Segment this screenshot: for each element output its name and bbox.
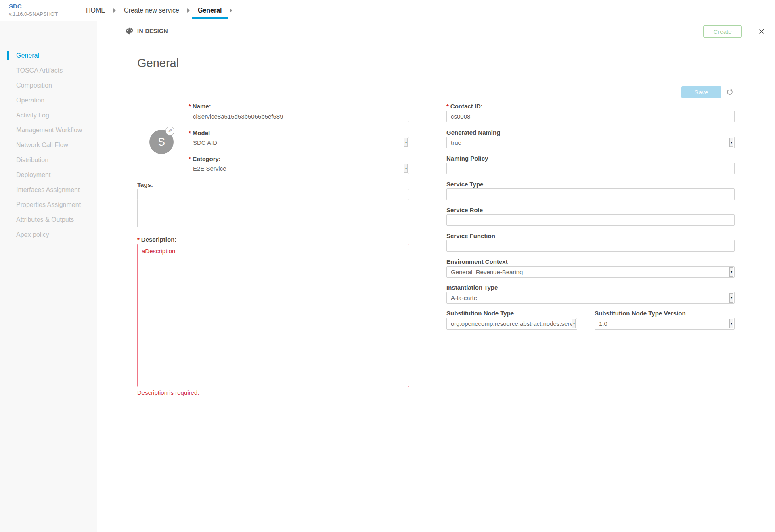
- sidebar-item-tosca-artifacts[interactable]: TOSCA Artifacts: [0, 63, 97, 78]
- substitution-node-type-version-label: Substitution Node Type Version: [595, 310, 686, 317]
- sidebar-item-interfaces-assignment[interactable]: Interfaces Assignment: [0, 182, 97, 197]
- category-select[interactable]: E2E Service ▾: [189, 163, 409, 174]
- tags-label: Tags:: [137, 181, 153, 188]
- tab-general-label: General: [198, 7, 222, 14]
- header-divider-line: [0, 41, 775, 41]
- category-select-value: E2E Service: [193, 163, 404, 174]
- breadcrumb: HOME Create new service General: [80, 0, 235, 21]
- page-title: General: [137, 56, 179, 70]
- substitution-node-type-select-value: org.openecomp.resource.abstract.nodes.se…: [451, 318, 572, 329]
- contact-id-label: *Contact ID:: [446, 103, 483, 110]
- save-button[interactable]: Save: [681, 86, 721, 98]
- create-button[interactable]: Create: [703, 25, 742, 38]
- substitution-node-type-select[interactable]: org.openecomp.resource.abstract.nodes.se…: [446, 318, 577, 330]
- required-marker: *: [446, 103, 449, 110]
- name-input[interactable]: [189, 111, 409, 122]
- palette-icon: [125, 27, 134, 35]
- sidebar-item-apex-policy[interactable]: Apex policy: [0, 227, 97, 242]
- dropdown-caret-icon: ▾: [729, 138, 733, 147]
- environment-context-label: Environment Context: [446, 258, 508, 265]
- service-role-label: Service Role: [446, 207, 483, 213]
- generated-naming-select[interactable]: true ▾: [446, 137, 735, 148]
- required-marker: *: [189, 155, 191, 162]
- dropdown-caret-icon: ▾: [404, 164, 408, 173]
- pencil-icon: ✎: [168, 128, 172, 134]
- substitution-node-type-version-select-value: 1.0: [599, 318, 729, 329]
- tags-list-box: [137, 200, 409, 227]
- description-textarea[interactable]: aDescription: [137, 244, 409, 387]
- chevron-right-icon: [187, 8, 190, 13]
- environment-context-select-value: General_Revenue-Bearing: [451, 267, 729, 277]
- contact-id-input[interactable]: [446, 111, 735, 122]
- generated-naming-select-value: true: [451, 137, 729, 148]
- model-select-value: SDC AID: [193, 137, 404, 148]
- sidebar-menu: General TOSCA Artifacts Composition Oper…: [0, 48, 97, 242]
- active-tab-underline: [192, 17, 228, 19]
- sidebar-item-network-call-flow[interactable]: Network Call Flow: [0, 138, 97, 152]
- header-right-divider: [748, 24, 748, 38]
- generated-naming-label: Generated Naming: [446, 129, 500, 136]
- tab-home[interactable]: HOME: [80, 0, 111, 21]
- status-left-divider: [121, 25, 121, 38]
- tab-home-label: HOME: [86, 7, 105, 14]
- sidebar-item-properties-assignment[interactable]: Properties Assignment: [0, 197, 97, 212]
- refresh-icon: [726, 88, 734, 96]
- service-function-input[interactable]: [446, 240, 735, 252]
- dropdown-caret-icon: ▾: [572, 319, 576, 328]
- status-badge: IN DESIGN: [137, 28, 168, 34]
- category-label: *Category:: [189, 155, 221, 162]
- tab-general[interactable]: General: [192, 0, 228, 21]
- dropdown-caret-icon: ▾: [729, 319, 733, 328]
- service-type-label: Service Type: [446, 181, 483, 188]
- close-icon: [758, 28, 765, 35]
- instantiation-type-label: Instantiation Type: [446, 284, 498, 291]
- sdc-general-page: { "app": { "logo": "SDC", "version": "v.…: [0, 0, 775, 532]
- tab-create-new-service-label: Create new service: [124, 7, 179, 14]
- sidebar-item-composition[interactable]: Composition: [0, 78, 97, 93]
- sidebar-item-management-workflow[interactable]: Management Workflow: [0, 123, 97, 138]
- sidebar-item-activity-log[interactable]: Activity Log: [0, 108, 97, 123]
- required-marker: *: [189, 129, 191, 136]
- chevron-right-icon: [230, 8, 232, 13]
- chevron-right-icon: [113, 8, 116, 13]
- close-button[interactable]: [756, 26, 768, 37]
- revert-button[interactable]: [725, 88, 734, 97]
- service-type-input[interactable]: [446, 188, 735, 200]
- instantiation-type-select-value: A-la-carte: [451, 292, 729, 303]
- service-role-input[interactable]: [446, 214, 735, 226]
- sidebar-item-deployment[interactable]: Deployment: [0, 167, 97, 182]
- dropdown-caret-icon: ▾: [729, 293, 733, 303]
- top-bar: SDC v.1.16.0-SNAPSHOT HOME Create new se…: [0, 0, 775, 21]
- sidebar-item-operation[interactable]: Operation: [0, 93, 97, 108]
- substitution-node-type-label: Substitution Node Type: [446, 310, 514, 317]
- description-error-message: Description is required.: [137, 389, 199, 396]
- sidebar: General TOSCA Artifacts Composition Oper…: [0, 21, 97, 532]
- tags-input[interactable]: [137, 189, 409, 200]
- service-function-label: Service Function: [446, 232, 495, 239]
- tab-create-new-service[interactable]: Create new service: [118, 0, 185, 21]
- required-marker: *: [189, 103, 191, 110]
- sidebar-item-attributes-outputs[interactable]: Attributes & Outputs: [0, 212, 97, 227]
- required-marker: *: [137, 236, 140, 243]
- model-select[interactable]: SDC AID ▾: [189, 137, 409, 148]
- app-logo: SDC: [9, 3, 22, 10]
- naming-policy-input[interactable]: [446, 163, 735, 174]
- instantiation-type-select[interactable]: A-la-carte ▾: [446, 292, 735, 304]
- substitution-node-type-version-select[interactable]: 1.0 ▾: [595, 318, 735, 330]
- environment-context-select[interactable]: General_Revenue-Bearing ▾: [446, 266, 735, 278]
- model-label: *Model: [189, 129, 210, 136]
- description-label: *Description:: [137, 236, 176, 243]
- dropdown-caret-icon: ▾: [404, 138, 408, 147]
- sidebar-item-distribution[interactable]: Distribution: [0, 152, 97, 167]
- lifecycle-status: IN DESIGN: [125, 25, 168, 37]
- avatar-edit-button[interactable]: ✎: [165, 127, 174, 136]
- sidebar-item-general[interactable]: General: [0, 48, 97, 63]
- app-version: v.1.16.0-SNAPSHOT: [9, 11, 58, 17]
- avatar-letter: S: [158, 136, 165, 148]
- name-label: *Name:: [189, 103, 211, 110]
- naming-policy-label: Naming Policy: [446, 155, 488, 162]
- dropdown-caret-icon: ▾: [729, 267, 733, 277]
